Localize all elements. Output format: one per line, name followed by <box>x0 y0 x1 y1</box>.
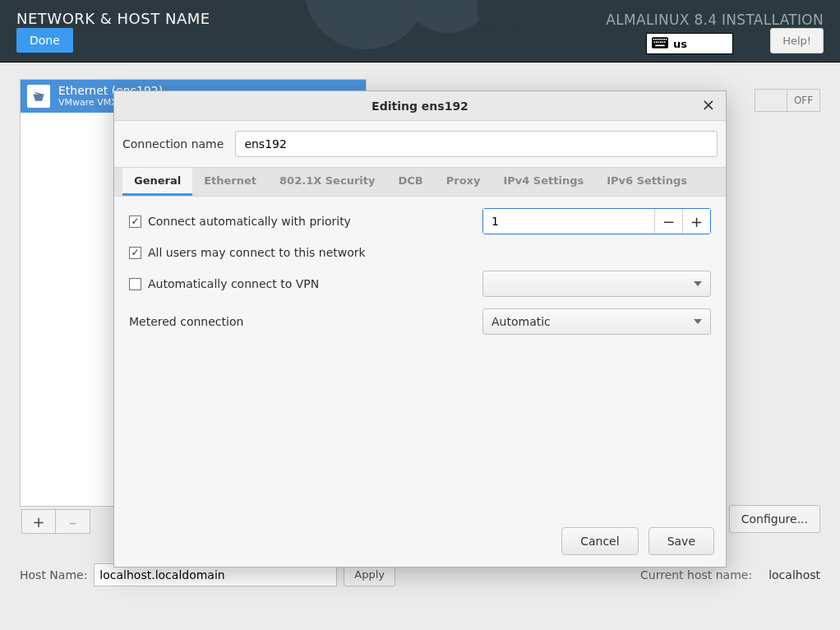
tab-ethernet[interactable]: Ethernet <box>192 168 268 196</box>
ethernet-icon <box>27 85 50 108</box>
connection-name-label: Connection name <box>122 137 224 151</box>
save-button[interactable]: Save <box>648 527 714 555</box>
priority-increment-button[interactable]: + <box>682 209 710 234</box>
svg-rect-8 <box>654 41 656 43</box>
svg-rect-9 <box>656 41 658 43</box>
tab-8021x[interactable]: 802.1X Security <box>268 168 386 196</box>
hostname-label: Host Name: <box>20 568 87 581</box>
svg-rect-5 <box>662 39 663 40</box>
svg-rect-7 <box>666 39 667 40</box>
priority-spinner: − + <box>482 208 711 234</box>
vpn-select[interactable] <box>482 271 711 297</box>
current-hostname-label: Current host name: <box>640 568 752 581</box>
keyboard-layout-text: us <box>673 38 687 50</box>
all-users-checkbox[interactable] <box>129 247 141 259</box>
connection-toggle[interactable]: OFF <box>755 89 820 112</box>
svg-rect-3 <box>658 39 659 40</box>
chevron-down-icon <box>694 281 702 286</box>
edit-connection-dialog: Editing ens192 × Connection name General… <box>113 90 727 567</box>
tab-ipv6[interactable]: IPv6 Settings <box>595 168 699 196</box>
tab-ipv4[interactable]: IPv4 Settings <box>492 168 595 196</box>
connect-auto-label: Connect automatically with priority <box>148 215 351 228</box>
dialog-title: Editing ens192 <box>372 100 468 113</box>
priority-input[interactable] <box>483 209 654 234</box>
connect-auto-checkbox[interactable] <box>129 215 141 228</box>
brand-swirl <box>304 0 518 63</box>
svg-rect-12 <box>662 41 664 43</box>
svg-rect-4 <box>659 39 661 40</box>
metered-label: Metered connection <box>129 315 243 328</box>
keyboard-icon <box>652 37 668 51</box>
dialog-close-button[interactable]: × <box>699 96 718 114</box>
svg-rect-11 <box>660 41 662 43</box>
svg-rect-13 <box>664 41 666 43</box>
svg-rect-6 <box>663 39 665 40</box>
tab-general-pane: Connect automatically with priority − + … <box>114 197 726 519</box>
dialog-tabs: General Ethernet 802.1X Security DCB Pro… <box>114 167 726 197</box>
svg-rect-14 <box>655 44 665 46</box>
tab-proxy[interactable]: Proxy <box>435 168 492 196</box>
add-device-button[interactable]: + <box>21 509 56 534</box>
installer-header: NETWORK & HOST NAME Done ALMALINUX 8.4 I… <box>0 0 840 63</box>
done-button[interactable]: Done <box>16 28 73 53</box>
metered-select[interactable]: Automatic <box>482 308 711 335</box>
add-remove-group: + – <box>21 509 90 534</box>
svg-rect-10 <box>658 41 660 43</box>
auto-vpn-checkbox[interactable] <box>129 278 141 290</box>
all-users-label: All users may connect to this network <box>148 246 366 259</box>
toggle-label: OFF <box>787 90 819 111</box>
keyboard-layout-indicator[interactable]: us <box>646 33 733 54</box>
svg-rect-2 <box>655 39 657 40</box>
chevron-down-icon <box>694 319 702 324</box>
help-button[interactable]: Help! <box>770 28 824 53</box>
tab-general[interactable]: General <box>122 168 192 196</box>
auto-vpn-label: Automatically connect to VPN <box>148 277 319 290</box>
tab-dcb[interactable]: DCB <box>386 168 434 196</box>
metered-select-value: Automatic <box>492 315 551 328</box>
install-title: ALMALINUX 8.4 INSTALLATION <box>606 12 824 28</box>
current-hostname-value: localhost <box>768 568 820 581</box>
cancel-button[interactable]: Cancel <box>561 527 638 555</box>
connection-name-input[interactable] <box>235 131 718 157</box>
toggle-knob <box>755 90 787 111</box>
dialog-titlebar: Editing ens192 × <box>114 91 726 121</box>
priority-decrement-button[interactable]: − <box>654 209 682 234</box>
svg-rect-1 <box>653 39 655 40</box>
configure-button[interactable]: Configure... <box>729 505 820 533</box>
remove-device-button[interactable]: – <box>56 509 90 534</box>
page-title: NETWORK & HOST NAME <box>16 10 210 27</box>
dialog-actions: Cancel Save <box>114 519 726 567</box>
